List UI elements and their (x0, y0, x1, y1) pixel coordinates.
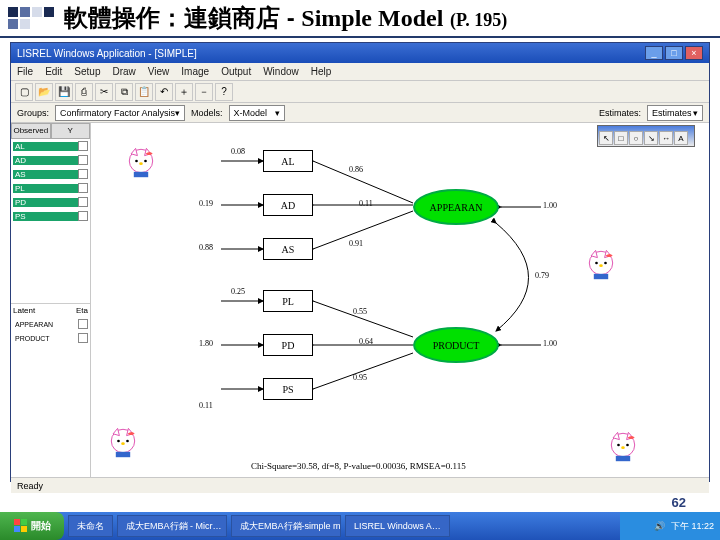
checkbox[interactable] (78, 211, 88, 221)
slide-title-dash: - (280, 4, 301, 31)
var-al[interactable]: AL (13, 142, 78, 151)
var-pl[interactable]: PL (13, 184, 78, 193)
tool-rect-icon[interactable]: □ (614, 131, 628, 145)
path-arrows (91, 123, 709, 477)
tool-doublearrow-icon[interactable]: ↔ (659, 131, 673, 145)
latent-section: LatentEta (11, 303, 90, 317)
variables-panel[interactable]: Observed Y AL AD AS PL PD PS LatentEta A… (11, 123, 91, 477)
err-al: 0.08 (231, 147, 245, 156)
menu-image[interactable]: Image (181, 66, 209, 77)
var-pd[interactable]: PD (13, 198, 78, 207)
node-pd[interactable]: PD (263, 334, 313, 356)
svg-rect-35 (21, 519, 27, 525)
minimize-button[interactable]: _ (645, 46, 663, 60)
models-label: Models: (191, 108, 223, 118)
cut-icon[interactable]: ✂ (95, 83, 113, 101)
node-as[interactable]: AS (263, 238, 313, 260)
menu-setup[interactable]: Setup (74, 66, 100, 77)
slide-title-en: Simple Model (301, 5, 443, 31)
var-as[interactable]: AS (13, 170, 78, 179)
node-ps[interactable]: PS (263, 378, 313, 400)
save-icon[interactable]: 💾 (55, 83, 73, 101)
menu-edit[interactable]: Edit (45, 66, 62, 77)
menu-output[interactable]: Output (221, 66, 251, 77)
windows-logo-icon (14, 519, 28, 533)
taskbar[interactable]: 開始 未命名 成大EMBA行銷 - Micr… 成大EMBA行銷-simple … (0, 512, 720, 540)
status-bar: Ready (11, 477, 709, 493)
copy-icon[interactable]: ⧉ (115, 83, 133, 101)
tool-ellipse-icon[interactable]: ○ (629, 131, 643, 145)
taskbar-item[interactable]: 成大EMBA行銷 - Micr… (117, 515, 227, 537)
svg-point-22 (599, 264, 603, 267)
load-pd: 0.64 (359, 337, 373, 346)
svg-point-17 (139, 162, 143, 165)
menu-help[interactable]: Help (311, 66, 332, 77)
close-button[interactable]: × (685, 46, 703, 60)
taskbar-item[interactable]: 未命名 (68, 515, 113, 537)
print-icon[interactable]: ⎙ (75, 83, 93, 101)
svg-rect-28 (116, 452, 130, 457)
checkbox[interactable] (78, 141, 88, 151)
kitty-icon (581, 243, 621, 283)
clock: 下午 11:22 (671, 520, 714, 533)
node-ad[interactable]: AD (263, 194, 313, 216)
tool-pointer-icon[interactable]: ↖ (599, 131, 613, 145)
err-as: 0.88 (199, 243, 213, 252)
checkbox[interactable] (78, 169, 88, 179)
latent-product[interactable]: PRODUCT (413, 327, 499, 363)
checkbox[interactable] (78, 155, 88, 165)
node-pl[interactable]: PL (263, 290, 313, 312)
var-ps[interactable]: PS (13, 212, 78, 221)
checkbox[interactable] (78, 183, 88, 193)
lat-product[interactable]: PRODUCT (13, 335, 78, 342)
var-ad[interactable]: AD (13, 156, 78, 165)
latent-appearan[interactable]: APPEARAN (413, 189, 499, 225)
maximize-button[interactable]: □ (665, 46, 683, 60)
svg-point-21 (604, 262, 607, 265)
checkbox[interactable] (78, 197, 88, 207)
checkbox[interactable] (78, 319, 88, 329)
menu-draw[interactable]: Draw (113, 66, 136, 77)
slide-page-number: 62 (672, 495, 686, 510)
menu-view[interactable]: View (148, 66, 170, 77)
zoom-out-icon[interactable]: － (195, 83, 213, 101)
svg-point-31 (626, 444, 629, 447)
tool-text-icon[interactable]: A (674, 131, 688, 145)
new-icon[interactable]: ▢ (15, 83, 33, 101)
svg-point-30 (617, 444, 620, 447)
groups-select[interactable]: Confirmatory Factor Analysis▾ (55, 105, 185, 121)
menu-file[interactable]: File (17, 66, 33, 77)
workspace: Observed Y AL AD AS PL PD PS LatentEta A… (11, 123, 709, 477)
lat-appearan[interactable]: APPEARAN (13, 321, 78, 328)
svg-point-25 (117, 440, 120, 443)
tab-y[interactable]: Y (51, 123, 91, 139)
system-tray[interactable]: 🔊 下午 11:22 (620, 512, 720, 540)
taskbar-item[interactable]: 成大EMBA行銷-simple m… (231, 515, 341, 537)
tool-arrow-icon[interactable]: ↘ (644, 131, 658, 145)
window-controls: _ □ × (645, 46, 703, 60)
start-button[interactable]: 開始 (0, 512, 64, 540)
open-icon[interactable]: 📂 (35, 83, 53, 101)
help-icon[interactable]: ? (215, 83, 233, 101)
options-bar: Groups: Confirmatory Factor Analysis▾ Mo… (11, 103, 709, 123)
path-diagram-canvas[interactable]: AL AD AS PL PD PS APPEARAN PRODUCT 0.08 … (91, 123, 709, 477)
kitty-icon (121, 141, 161, 181)
paste-icon[interactable]: 📋 (135, 83, 153, 101)
draw-toolbox[interactable]: ↖ □ ○ ↘ ↔ A (597, 125, 695, 147)
svg-point-16 (144, 160, 147, 163)
node-al[interactable]: AL (263, 150, 313, 172)
err-ad: 0.19 (199, 199, 213, 208)
menubar: File Edit Setup Draw View Image Output W… (11, 63, 709, 81)
estimates-select[interactable]: Estimates▾ (647, 105, 703, 121)
tray-icon[interactable]: 🔊 (654, 521, 665, 531)
tab-observed[interactable]: Observed (11, 123, 51, 139)
zoom-in-icon[interactable]: ＋ (175, 83, 193, 101)
models-select[interactable]: X-Model▾ (229, 105, 285, 121)
checkbox[interactable] (78, 333, 88, 343)
window-title: LISREL Windows Application - [SIMPLE] (17, 48, 197, 59)
undo-icon[interactable]: ↶ (155, 83, 173, 101)
titlebar[interactable]: LISREL Windows Application - [SIMPLE] _ … (11, 43, 709, 63)
menu-window[interactable]: Window (263, 66, 299, 77)
taskbar-item[interactable]: LISREL Windows A… (345, 515, 450, 537)
estimates-label: Estimates: (599, 108, 641, 118)
